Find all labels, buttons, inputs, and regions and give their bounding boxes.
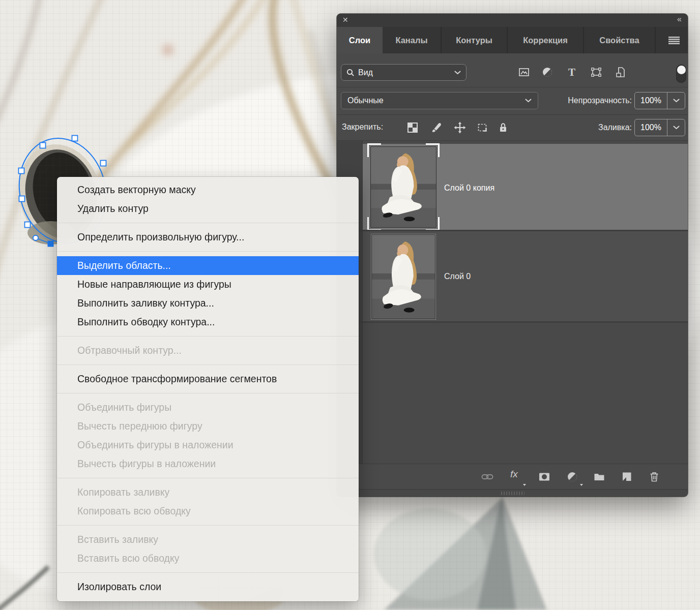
menu-separator (57, 364, 359, 365)
type-layer-filter-icon[interactable]: T (566, 66, 578, 78)
lock-transparency-icon[interactable] (406, 121, 419, 134)
tab-properties[interactable]: Свойства (584, 27, 656, 53)
menu-separator (57, 478, 359, 478)
panel-menu-icon[interactable] (668, 37, 680, 44)
menu-item[interactable]: Создать векторную маску (57, 180, 359, 199)
add-layer-mask-icon[interactable] (538, 471, 550, 483)
lock-pixels-brush-icon[interactable] (430, 121, 443, 134)
menu-item[interactable]: Свободное трансформирование сегментов (57, 370, 359, 388)
selection-corner (367, 143, 381, 157)
tab-filler (656, 27, 688, 53)
menu-separator (57, 336, 359, 337)
menu-item[interactable]: Выполнить обводку контура... (57, 313, 359, 331)
lock-artboard-icon[interactable] (476, 121, 488, 134)
filter-row: Вид T (337, 53, 688, 87)
menu-item-highlighted[interactable]: Выделить область... (57, 256, 359, 275)
blend-mode-value: Обычные (347, 96, 384, 105)
resize-grip[interactable] (501, 492, 524, 495)
menu-separator (57, 393, 359, 393)
filter-type-label: Вид (358, 68, 373, 77)
selection-corner (426, 143, 440, 157)
chevron-down-icon (525, 99, 532, 103)
lock-all-icon[interactable] (497, 121, 509, 134)
filtering-toggle[interactable] (676, 65, 686, 83)
lock-label: Закрепить: (342, 123, 383, 132)
menu-item-disabled: Объединить фигуры (57, 398, 359, 417)
panel-tabs: Слои Каналы Контуры Коррекция Свойства (337, 27, 688, 53)
chevron-down-icon (673, 126, 680, 130)
chevron-down-icon (673, 99, 680, 103)
layer-thumbnail[interactable] (371, 234, 435, 319)
adjustment-layer-filter-icon[interactable] (541, 66, 553, 78)
smart-object-filter-icon[interactable] (615, 66, 627, 78)
layer-name[interactable]: Слой 0 копия (444, 184, 494, 193)
layers-list: Слой 0 копия Слой 0 (337, 141, 688, 464)
blend-mode-select[interactable]: Обычные (341, 92, 538, 109)
tab-channels[interactable]: Каналы (383, 27, 442, 53)
opacity-value[interactable]: 100% (635, 96, 667, 105)
menu-separator (57, 525, 359, 526)
layers-panel: ✕ « Слои Каналы Контуры Коррекция Свойст… (337, 14, 688, 497)
layer-filter-select[interactable]: Вид (341, 64, 466, 81)
new-group-folder-icon[interactable] (593, 471, 605, 483)
lock-row: Закрепить: Заливка: 100% (337, 115, 688, 141)
menu-item[interactable]: Выполнить заливку контура... (57, 294, 359, 313)
selection-corner (367, 217, 381, 231)
menu-item-disabled: Объединить фигуры в наложении (57, 436, 359, 454)
menu-item-disabled: Обтравочный контур... (57, 341, 359, 360)
search-icon (346, 69, 355, 77)
layer-name[interactable]: Слой 0 (444, 272, 471, 281)
menu-item-disabled: Вычесть фигуры в наложении (57, 454, 359, 473)
toggle-knob (677, 66, 686, 74)
opacity-label: Непрозрачность: (568, 96, 632, 105)
shape-layer-filter-icon[interactable] (590, 66, 602, 78)
layer-thumbnail[interactable] (370, 146, 436, 228)
direction-point (33, 235, 38, 240)
pixel-layer-filter-icon[interactable] (518, 66, 530, 78)
fill-input[interactable]: 100% (634, 119, 685, 136)
collapse-panel-icon[interactable]: « (677, 15, 681, 24)
row-divider (337, 321, 688, 323)
layer-row-copy[interactable]: Слой 0 копия (363, 144, 688, 230)
selection-corner (426, 217, 440, 231)
fill-value[interactable]: 100% (635, 123, 667, 132)
menu-item-disabled: Вставить всю обводку (57, 549, 359, 568)
layer-style-fx-icon[interactable]: fx (510, 469, 522, 481)
menu-item[interactable]: Изолировать слои (57, 577, 359, 596)
delete-layer-trash-icon[interactable] (648, 471, 660, 483)
blend-row: Обычные Непрозрачность: 100% (337, 87, 688, 115)
tab-paths[interactable]: Контуры (442, 27, 508, 53)
menu-item-disabled: Копировать всю обводку (57, 502, 359, 521)
svg-text:T: T (568, 66, 575, 78)
fx-flyout-arrow (523, 484, 526, 486)
chevron-down-icon (454, 71, 461, 75)
layer-row-base[interactable]: Слой 0 (363, 231, 688, 321)
menu-item[interactable]: Новые направляющие из фигуры (57, 275, 359, 294)
adjustment-flyout-arrow (580, 484, 583, 486)
opacity-dropdown[interactable] (667, 93, 685, 109)
menu-item-disabled: Копировать заливку (57, 483, 359, 502)
layers-panel-toolbar: fx (337, 464, 688, 489)
menu-item[interactable]: Удалить контур (57, 199, 359, 218)
menu-item[interactable]: Определить произвольную фигуру... (57, 228, 359, 247)
menu-item-disabled: Вставить заливку (57, 530, 359, 549)
panel-titlebar[interactable]: ✕ « (337, 14, 688, 27)
photoshop-workspace: { "colors": { "accent_blue": "#2e7cf6", … (0, 0, 700, 610)
panel-resize-strip[interactable] (337, 489, 688, 497)
menu-item-disabled: Вычесть переднюю фигуру (57, 417, 359, 436)
fill-label: Заливка: (598, 123, 632, 132)
link-layers-icon[interactable] (481, 471, 493, 483)
menu-separator (57, 223, 359, 223)
path-context-menu: Создать векторную маску Удалить контур О… (57, 177, 359, 601)
menu-separator (57, 572, 359, 573)
opacity-input[interactable]: 100% (634, 92, 685, 109)
close-icon[interactable]: ✕ (342, 16, 348, 24)
fill-dropdown[interactable] (667, 119, 685, 136)
tab-layers[interactable]: Слои (337, 27, 383, 53)
tab-adjustments[interactable]: Коррекция (508, 27, 584, 53)
lock-position-icon[interactable] (454, 121, 466, 134)
menu-separator (57, 251, 359, 252)
adjustment-layer-icon[interactable] (566, 471, 578, 483)
selected-anchor-point (48, 241, 54, 247)
new-layer-icon[interactable] (621, 471, 633, 483)
